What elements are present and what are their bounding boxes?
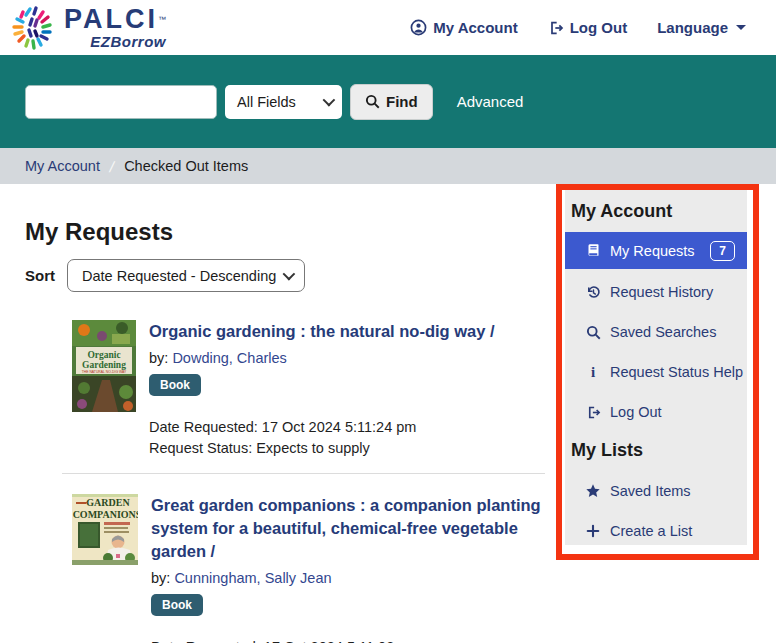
search-field-select[interactable]: All Fields — [225, 85, 342, 119]
caret-down-icon — [736, 25, 746, 30]
request-count-badge: 7 — [710, 241, 735, 261]
brand-text: PALCI™ EZBorrow — [64, 6, 166, 49]
search-input[interactable] — [25, 85, 217, 119]
book-icon — [585, 243, 601, 258]
sidebar-item-label: Saved Searches — [610, 324, 716, 340]
request-status-value: Expects to supply — [256, 440, 370, 456]
date-requested-value: 17 Oct 2024 5:11:03 pm — [264, 639, 419, 643]
sidebar-item-label: Create a List — [610, 523, 692, 539]
sidebar-lists-heading: My Lists — [565, 440, 747, 461]
nav-my-account-label: My Account — [433, 19, 517, 36]
svg-text:GARDEN: GARDEN — [86, 497, 130, 508]
sign-out-icon — [585, 405, 601, 420]
request-list-item: Organic Gardening THE NATURAL NO-DIG WAY… — [62, 310, 545, 473]
advanced-search-link[interactable]: Advanced — [457, 93, 524, 110]
sidebar-item-saved-searches[interactable]: Saved Searches — [565, 312, 747, 352]
chevron-down-icon — [323, 94, 336, 107]
breadcrumb-separator: / — [108, 158, 116, 175]
info-icon: i — [585, 364, 601, 381]
record-byline: by: Dowding, Charles — [149, 350, 545, 366]
brand-name: PALCI — [64, 4, 158, 34]
sidebar-item-create-a-list[interactable]: Create a List — [565, 511, 747, 551]
format-badge: Book — [149, 374, 201, 396]
breadcrumb-my-account-link[interactable]: My Account — [25, 158, 100, 174]
page: PALCI™ EZBorrow My Account — [0, 0, 776, 643]
find-button[interactable]: Find — [350, 84, 433, 120]
sidebar-lists-menu: Saved Items Create a List — [565, 471, 747, 551]
book-cover-thumbnail[interactable]: GARDEN COMPANIONS — [72, 494, 138, 643]
sidebar-account-menu: My Requests 7 Request History — [565, 232, 747, 432]
svg-text:Gardening: Gardening — [82, 360, 126, 370]
top-header: PALCI™ EZBorrow My Account — [0, 0, 776, 55]
request-status-line: Request Status: Expects to supply — [149, 438, 545, 459]
nav-my-account[interactable]: My Account — [410, 19, 517, 36]
sidebar-item-label: Request Status Help — [610, 364, 743, 380]
record-title-link[interactable]: Organic gardening : the natural no-dig w… — [149, 320, 545, 343]
top-nav: My Account Log Out Language — [410, 19, 746, 36]
plus-icon — [585, 524, 601, 538]
user-circle-icon — [410, 19, 427, 36]
history-icon — [585, 285, 601, 300]
record-title-link[interactable]: Great garden companions : a companion pl… — [151, 494, 545, 563]
brand-subtitle: EZBorrow — [64, 34, 166, 49]
brand-logo[interactable]: PALCI™ EZBorrow — [10, 5, 166, 51]
book-cover-thumbnail[interactable]: Organic Gardening THE NATURAL NO-DIG WAY — [72, 320, 136, 459]
chevron-down-icon — [283, 268, 296, 281]
palci-pinwheel-icon — [10, 5, 56, 51]
sidebar-item-label: My Requests — [610, 243, 695, 259]
format-badge: Book — [151, 594, 203, 616]
svg-text:COMPANIONS: COMPANIONS — [73, 509, 138, 520]
sidebar-account-heading: My Account — [565, 201, 747, 222]
date-requested-value: 17 Oct 2024 5:11:24 pm — [262, 419, 417, 435]
breadcrumb: My Account / Checked Out Items — [0, 148, 776, 184]
sidebar-item-label: Saved Items — [610, 483, 691, 499]
by-label: by: — [149, 350, 168, 366]
nav-language-dropdown[interactable]: Language — [657, 19, 746, 36]
star-icon — [585, 483, 601, 499]
account-sidebar: My Account My Requests 7 — [565, 190, 747, 545]
record-byline: by: Cunningham, Sally Jean — [151, 570, 545, 586]
search-band: All Fields Find Advanced — [0, 55, 776, 148]
sidebar-item-request-status-help[interactable]: i Request Status Help — [565, 352, 747, 392]
sign-out-icon — [548, 20, 564, 36]
record-body: Organic gardening : the natural no-dig w… — [149, 320, 545, 459]
find-button-label: Find — [386, 93, 418, 110]
sort-selected-value: Date Requested - Descending — [82, 268, 276, 284]
nav-log-out-label: Log Out — [570, 19, 627, 36]
svg-text:Organic: Organic — [87, 350, 120, 360]
request-list-item: GARDEN COMPANIONS — [62, 473, 545, 643]
sidebar-item-label: Log Out — [610, 404, 662, 420]
author-link[interactable]: Dowding, Charles — [172, 350, 286, 366]
record-body: Great garden companions : a companion pl… — [151, 494, 545, 643]
request-list: Organic Gardening THE NATURAL NO-DIG WAY… — [62, 310, 545, 643]
search-icon — [365, 94, 380, 109]
sidebar-item-my-requests[interactable]: My Requests 7 — [565, 232, 747, 269]
sidebar-item-saved-items[interactable]: Saved Items — [565, 471, 747, 511]
record-meta: Date Requested: 17 Oct 2024 5:11:24 pm R… — [149, 417, 545, 459]
svg-text:THE NATURAL NO-DIG WAY: THE NATURAL NO-DIG WAY — [82, 370, 127, 374]
brand-trademark: ™ — [158, 15, 166, 24]
sort-label: Sort — [25, 267, 55, 284]
nav-language-label: Language — [657, 19, 728, 36]
search-field-selected-value: All Fields — [237, 94, 296, 110]
search-icon — [585, 325, 601, 340]
date-requested-line: Date Requested: 17 Oct 2024 5:11:24 pm — [149, 417, 545, 438]
record-meta: Date Requested: 17 Oct 2024 5:11:03 pm R… — [151, 637, 545, 643]
breadcrumb-current-page: Checked Out Items — [124, 158, 248, 174]
sidebar-item-log-out[interactable]: Log Out — [565, 392, 747, 432]
author-link[interactable]: Cunningham, Sally Jean — [174, 570, 331, 586]
date-requested-line: Date Requested: 17 Oct 2024 5:11:03 pm — [151, 637, 545, 643]
sort-select[interactable]: Date Requested - Descending — [67, 259, 305, 292]
by-label: by: — [151, 570, 170, 586]
nav-log-out[interactable]: Log Out — [548, 19, 627, 36]
sidebar-item-request-history[interactable]: Request History — [565, 272, 747, 312]
sidebar-item-label: Request History — [610, 284, 713, 300]
